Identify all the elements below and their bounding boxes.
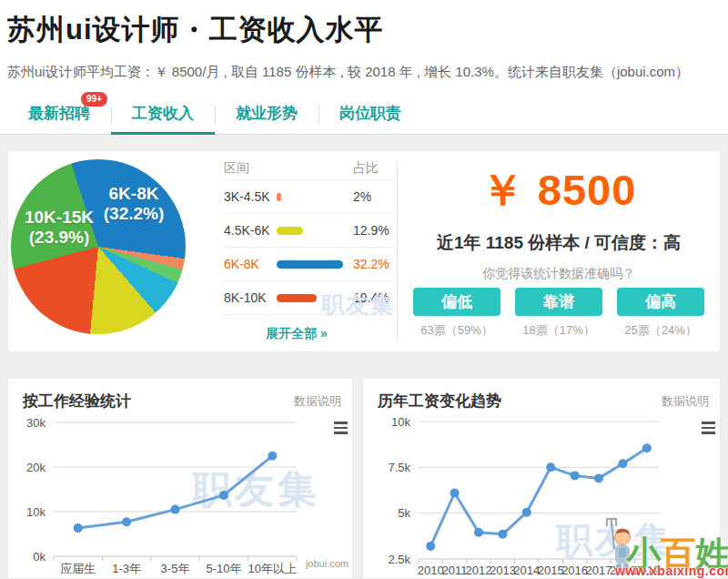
tab-duties[interactable]: 岗位职责 xyxy=(318,94,422,135)
tab-latest-jobs[interactable]: 最新招聘 99+ xyxy=(7,94,111,135)
vote-too-low-count: 63票（59%） xyxy=(413,322,500,339)
svg-text:2010: 2010 xyxy=(418,564,444,577)
distribution-bar xyxy=(277,294,317,302)
distribution-bar xyxy=(277,260,343,269)
vote-accurate-count: 18票（17%） xyxy=(515,322,602,339)
vote-too-low-button[interactable]: 偏低 xyxy=(413,288,500,316)
table-row: 8K-10K 19.4% xyxy=(224,281,395,315)
distribution-table: 区间 占比 3K-4.5K 2% 4.5K-6K 12.9% 6K-8K 32.… xyxy=(224,157,395,342)
expand-all-link[interactable]: 展开全部 » xyxy=(224,326,369,342)
svg-text:2014: 2014 xyxy=(513,564,540,577)
table-row: 3K-4.5K 2% xyxy=(224,180,395,214)
svg-text:10年以上: 10年以上 xyxy=(248,562,297,575)
svg-text:2018: 2018 xyxy=(610,564,636,577)
svg-text:10k: 10k xyxy=(26,505,46,519)
average-salary-panel: ￥ 8500 近1年 1185 份样本 / 可信度：高 你觉得该统计数据准确吗？… xyxy=(398,151,720,351)
svg-text:10k: 10k xyxy=(391,415,410,429)
svg-text:0k: 0k xyxy=(33,550,46,564)
svg-text:5-10年: 5-10年 xyxy=(206,562,241,575)
page: 苏州ui设计师・工资收入水平 苏州ui设计师平均工资：￥ 8500/月 , 取自… xyxy=(0,0,728,579)
experience-line-chart: 0k10k20k30k应届生1-3年3-5年5-10年10年以上 xyxy=(8,406,352,579)
experience-chart-card: 按工作经验统计 数据说明 职友集 0k10k20k30k应届生1-3年3-5年5… xyxy=(7,378,353,579)
svg-text:5k: 5k xyxy=(398,506,410,520)
svg-text:1-3年: 1-3年 xyxy=(112,562,141,575)
page-subtitle: 苏州ui设计师平均工资：￥ 8500/月 , 取自 1185 份样本 , 较 2… xyxy=(7,64,689,81)
vote-too-high-count: 25票（24%） xyxy=(617,322,704,339)
vote-too-high-button[interactable]: 偏高 xyxy=(617,288,704,316)
svg-text:2011: 2011 xyxy=(442,564,468,577)
salary-overview-card: 6K-8K (32.2%) 10K-15K (23.9%) 区间 占比 3K-4… xyxy=(7,150,721,352)
svg-text:3-5年: 3-5年 xyxy=(161,562,190,575)
chart-source-label: jobui.com xyxy=(306,558,349,569)
distribution-bar xyxy=(277,227,303,235)
tab-duties-label: 岗位职责 xyxy=(339,105,401,122)
tab-bar: 最新招聘 99+ 工资收入 就业形势 岗位职责 xyxy=(7,94,422,135)
salary-pie-chart[interactable] xyxy=(11,159,186,334)
svg-text:2015: 2015 xyxy=(538,564,564,577)
column-header-range: 区间 xyxy=(224,160,277,177)
tab-employment[interactable]: 就业形势 xyxy=(215,94,318,135)
vote-count-row: 63票（59%） 18票（17%） 25票（24%） xyxy=(398,322,720,339)
average-salary-value: ￥ 8500 xyxy=(398,162,720,219)
sample-confidence-line: 近1年 1185 份样本 / 可信度：高 xyxy=(398,231,720,255)
table-row: 4.5K-6K 12.9% xyxy=(224,214,395,248)
trend-chart-card: 历年工资变化趋势 数据说明 职友集 2.5k5k7.5k10k201020112… xyxy=(362,378,721,579)
column-header-share: 占比 xyxy=(349,160,395,177)
tab-salary-label: 工资收入 xyxy=(132,105,194,122)
svg-text:20k: 20k xyxy=(26,461,46,474)
page-title: 苏州ui设计师・工资收入水平 xyxy=(7,11,384,49)
svg-text:2019: 2019 xyxy=(633,564,660,577)
tab-employment-label: 就业形势 xyxy=(236,105,298,122)
tab-salary[interactable]: 工资收入 xyxy=(111,94,215,135)
svg-text:2.5k: 2.5k xyxy=(388,553,410,566)
vote-accurate-button[interactable]: 靠谱 xyxy=(515,288,602,316)
svg-text:2017: 2017 xyxy=(586,564,612,577)
tab-latest-jobs-badge: 99+ xyxy=(81,92,107,107)
svg-text:2013: 2013 xyxy=(490,564,516,577)
svg-text:30k: 30k xyxy=(26,416,46,430)
accuracy-question: 你觉得该统计数据准确吗？ xyxy=(398,266,720,282)
vote-button-row: 偏低 靠谱 偏高 xyxy=(398,288,720,316)
svg-text:2012: 2012 xyxy=(466,564,492,577)
svg-text:7.5k: 7.5k xyxy=(388,461,410,474)
trend-line-chart: 2.5k5k7.5k10k201020112012201320142015201… xyxy=(363,406,720,579)
svg-text:2016: 2016 xyxy=(561,564,588,577)
distribution-table-header: 区间 占比 xyxy=(224,157,395,180)
svg-text:应届生: 应届生 xyxy=(60,562,96,575)
tab-latest-jobs-label: 最新招聘 xyxy=(28,105,90,122)
table-row: 6K-8K 32.2% xyxy=(224,248,395,281)
header: 苏州ui设计师・工资收入水平 苏州ui设计师平均工资：￥ 8500/月 , 取自… xyxy=(0,0,728,135)
distribution-bar xyxy=(277,193,281,201)
